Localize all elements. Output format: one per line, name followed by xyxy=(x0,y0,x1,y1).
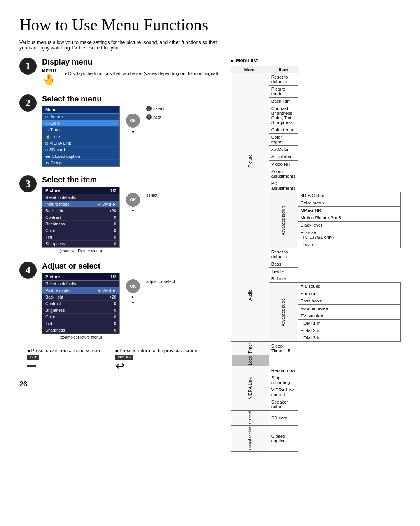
down-arrow-step3: ▼ xyxy=(131,208,135,213)
step-3-picture-menu: Picture 1/2 Reset to defaults Picture mo… xyxy=(42,187,120,248)
step-4-caption: (example: Picture menu) xyxy=(42,335,120,339)
item-reset-defaults-audio: Reset to defaults xyxy=(269,248,298,260)
item-stop-recording: Stop recording xyxy=(269,374,298,386)
pm-tint: Tint0 xyxy=(42,234,119,241)
item-speaker-output: Speaker output xyxy=(269,398,298,410)
item-3d-yc-filter: 3D Y/C filter xyxy=(298,192,400,199)
pm2-picture-mode: Picture mode◄ Vivid ► xyxy=(42,287,119,294)
item-color-temp: Color temp. xyxy=(269,126,298,134)
item-reset-defaults: Reset to defaults xyxy=(269,73,298,86)
down-arrow-step2: ▼ xyxy=(131,130,135,134)
step-2-item-setup: ⚙ Setup xyxy=(42,160,119,166)
step-2-menu-screen: Menu □ Picture ♪ Audio ⊙ Timer 🔒 Lock □ … xyxy=(42,106,120,167)
item-surround: Surround xyxy=(298,290,400,297)
pm-contrast: Contrast0 xyxy=(42,214,119,221)
return-button-icon: ↩ xyxy=(116,360,198,372)
menu-list-title: Menu list xyxy=(231,58,401,63)
menu-label: MENU xyxy=(42,69,56,73)
item-picture-mode: Picture mode xyxy=(269,86,298,98)
step-1-title: Display menu xyxy=(42,58,222,66)
pm2-sharpness: Sharpness0 xyxy=(42,327,119,334)
right-arrow-step4: ► xyxy=(131,295,135,299)
press-exit-block: ■ Press to exit from a menu screen EXIT … xyxy=(27,348,100,372)
col-menu: Menu xyxy=(231,66,269,73)
menu-viera-link: VIERA Link xyxy=(231,367,269,410)
ok-button-step4: OK xyxy=(126,279,140,293)
pm2-reset: Reset to defaults xyxy=(42,281,119,287)
step-4-adjust-label: adjust or select xyxy=(146,279,175,284)
press-return-block: ■ Press to return to the previous screen… xyxy=(116,348,198,372)
step-2-number: 2 xyxy=(19,94,37,112)
step-4-picture-menu: Picture 1/2 Reset to defaults Picture mo… xyxy=(42,273,120,334)
menu-picture: Picture xyxy=(231,73,269,248)
item-sd-card: SD card xyxy=(269,410,298,426)
menu-hand-icon: 🤚 xyxy=(42,73,56,86)
menu-audio: Audio xyxy=(231,248,269,342)
table-row: Picture Reset to defaults xyxy=(231,73,401,86)
step-4-title: Adjust or select xyxy=(42,262,222,271)
pm2-color: Color0 xyxy=(42,314,119,320)
item-record-now: Record now xyxy=(269,367,298,374)
step-2-item-audio: ♪ Audio xyxy=(42,120,119,127)
step-1-bullet: ● Displays the functions that can be set… xyxy=(64,71,218,77)
pm-reset: Reset to defaults xyxy=(42,194,119,201)
return-button-label: RETURN xyxy=(116,355,133,360)
step-2: 2 Select the menu Menu □ Picture ♪ Audio… xyxy=(19,94,222,167)
page-number: 26 xyxy=(19,380,222,388)
menu-closed-caption: Closed caption xyxy=(231,426,269,452)
item-color-mgmt: Color mgmt. xyxy=(269,134,298,146)
step-1-menu-icon-area: MENU 🤚 xyxy=(42,69,56,86)
pm2-backlight: Back light+20 xyxy=(42,294,119,301)
item-bass-boost: Bass boost xyxy=(298,297,400,305)
step-2-select-labels: ① select ② next xyxy=(146,106,164,120)
table-row: VIERA Link Record now xyxy=(231,367,401,374)
item-balance: Balance xyxy=(269,275,298,283)
pm-color: Color0 xyxy=(42,227,119,234)
pm-sharpness: Sharpness0 xyxy=(42,241,119,247)
item-video-nr: Video NR xyxy=(269,161,298,168)
item-bass: Bass xyxy=(269,260,298,268)
item-sleep-timer: Sleep, Timer 1-5 xyxy=(269,342,298,355)
intro-text: Various menus allow you to make settings… xyxy=(19,40,222,51)
item-motion-picture-pro: Motion Picture Pro 3 xyxy=(298,214,400,222)
step-2-item-picture: □ Picture xyxy=(42,114,119,120)
select-label-2: ② next xyxy=(146,114,164,120)
step-3-select-label: select xyxy=(146,193,158,197)
step-3-number: 3 xyxy=(19,175,37,192)
item-hd-size: HD size(TC-L37G1 only) xyxy=(298,229,400,241)
item-color-matrix: Color matrix xyxy=(298,199,400,207)
item-ai-sound: A.I. sound xyxy=(298,283,400,290)
item-pc-adjustments: PC adjustments xyxy=(269,180,298,192)
step-4-number: 4 xyxy=(19,262,37,279)
item-hdmi3: HDMI 3 in xyxy=(298,334,400,342)
exit-button-icon: ▬ xyxy=(27,360,100,370)
item-zoom-adjustments: Zoom adjustments xyxy=(269,168,298,180)
step-2-item-sdcard: □ SD card xyxy=(42,147,119,153)
down-arrow-step4: ▼ xyxy=(131,301,135,305)
item-treble: Treble xyxy=(269,268,298,275)
step-1: 1 Display menu MENU 🤚 ● Displays the fun… xyxy=(19,58,222,86)
press-instructions: ■ Press to exit from a menu screen EXIT … xyxy=(27,348,222,372)
ok-button-step2: OK xyxy=(126,114,140,128)
adv-audio-label: Advanced audio xyxy=(269,283,298,342)
adv-picture-label: Advanced picture xyxy=(269,192,298,248)
item-hdmi2: HDMI 2 in xyxy=(298,327,400,334)
item-contrast-brightness: Contrast, Brightness,Color, Tint, Sharpn… xyxy=(269,105,298,126)
item-h-size: H size xyxy=(298,241,400,248)
step-3-caption: (example: Picture menu) xyxy=(42,249,120,253)
pm2-tint: Tint0 xyxy=(42,320,119,327)
step-2-item-viera: □ VIERA Link xyxy=(42,140,119,147)
pm2-contrast: Contrast0 xyxy=(42,301,119,307)
table-row: Audio Reset to defaults xyxy=(231,248,401,260)
exit-button-label: EXIT xyxy=(27,355,39,360)
item-viera-link-control: VIERA Link control xyxy=(269,386,298,398)
step-2-item-lock: 🔒 Lock xyxy=(42,133,119,140)
table-row: Timer Sleep, Timer 1-5 xyxy=(231,342,401,355)
item-tv-speakers: TV speakers xyxy=(298,312,400,320)
step-2-item-closed-caption: ■■ Closed caption xyxy=(42,153,119,160)
pm-backlight: Back light+20 xyxy=(42,208,119,214)
picture-menu-header-4: Picture 1/2 xyxy=(42,273,119,281)
menu-lock: Lock xyxy=(231,355,269,367)
page-title: How to Use Menu Functions xyxy=(19,16,401,34)
step-2-item-timer: ⊙ Timer xyxy=(42,127,119,133)
